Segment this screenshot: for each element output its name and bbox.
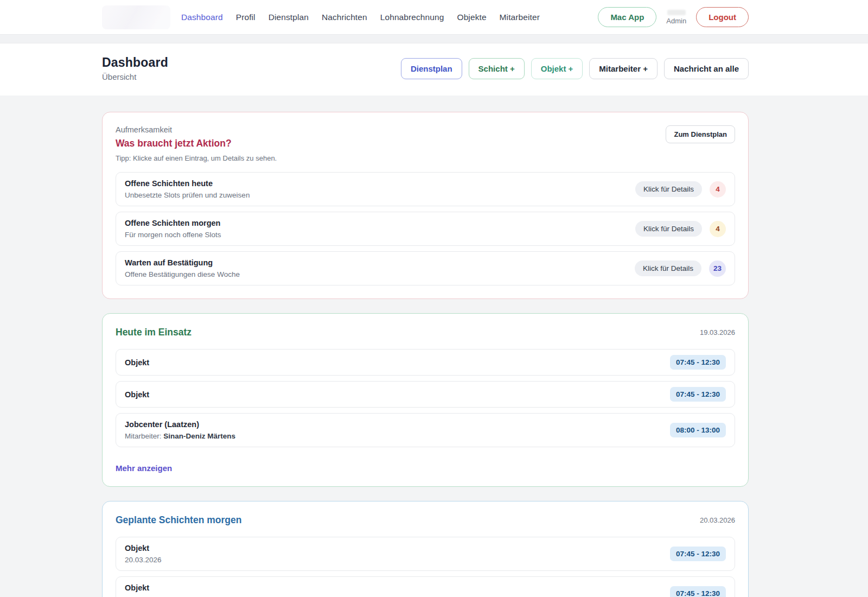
row-subtitle: 20.03.2026: [125, 556, 162, 564]
top-navigation: Dashboard Profil Dienstplan Nachrichten …: [0, 0, 868, 34]
attention-tip: Tipp: Klicke auf einen Eintrag, um Detai…: [116, 154, 277, 162]
show-more-link[interactable]: Mehr anzeigen: [116, 463, 172, 473]
row-title: Offene Schichten heute: [125, 179, 250, 188]
details-pill[interactable]: Klick für Details: [635, 221, 702, 237]
time-badge: 07:45 - 12:30: [670, 387, 726, 402]
app-logo: [102, 5, 170, 29]
dienstplan-button[interactable]: Dienstplan: [401, 58, 462, 79]
time-badge: 07:45 - 12:30: [670, 547, 726, 561]
nav-item-nachrichten[interactable]: Nachrichten: [322, 12, 367, 22]
message-all-button[interactable]: Nachricht an alle: [664, 58, 749, 79]
tomorrow-row[interactable]: Objekt 20.03.2026 07:45 - 12:30: [116, 537, 735, 571]
page-header: Dashboard Übersicht Dienstplan Schicht +…: [0, 43, 868, 96]
today-row-jobcenter[interactable]: Jobcenter (Laatzen) Mitarbeiter: Sinan-D…: [116, 413, 735, 447]
today-row[interactable]: Objekt 07:45 - 12:30: [116, 349, 735, 376]
tomorrow-date: 20.03.2026: [700, 516, 735, 524]
row-title: Offene Schichten morgen: [125, 219, 221, 227]
row-subtitle: Mitarbeiter: Sinan-Deniz Märtens: [125, 432, 235, 440]
row-title: Jobcenter (Laatzen): [125, 420, 235, 429]
tomorrow-card: Geplante Schichten morgen 20.03.2026 Obj…: [102, 501, 749, 597]
nav-right: Mac App Admin Logout: [598, 7, 749, 27]
add-schicht-button[interactable]: Schicht +: [469, 58, 525, 79]
nav-item-lohnabrechnung[interactable]: Lohnabrechnung: [380, 12, 444, 22]
time-badge: 07:45 - 12:30: [670, 586, 726, 597]
page-title-block: Dashboard Übersicht: [102, 55, 168, 81]
user-block: Admin: [666, 10, 686, 25]
row-title: Objekt: [125, 390, 149, 399]
nav-divider: [0, 34, 868, 43]
nav-item-profil[interactable]: Profil: [236, 12, 256, 22]
attention-title: Was braucht jetzt Aktion?: [116, 138, 277, 149]
details-pill[interactable]: Klick für Details: [635, 181, 702, 197]
zum-dienstplan-button[interactable]: Zum Dienstplan: [666, 125, 735, 143]
row-title: Warten auf Bestätigung: [125, 258, 240, 267]
today-date: 19.03.2026: [700, 328, 735, 336]
header-actions: Dienstplan Schicht + Objekt + Mitarbeite…: [401, 58, 749, 79]
add-objekt-button[interactable]: Objekt +: [531, 58, 583, 79]
mitarbeiter-name: Sinan-Deniz Märtens: [163, 432, 235, 440]
mitarbeiter-label: Mitarbeiter:: [125, 432, 163, 440]
today-card: Heute im Einsatz 19.03.2026 Objekt 07:45…: [102, 313, 749, 487]
mac-app-button[interactable]: Mac App: [598, 7, 656, 27]
row-title: Objekt: [125, 544, 162, 552]
count-badge: 4: [710, 181, 726, 198]
add-mitarbeiter-button[interactable]: Mitarbeiter +: [589, 58, 658, 79]
tomorrow-row[interactable]: Objekt 20.03.2026 07:45 - 12:30: [116, 576, 735, 597]
attention-row-open-shifts-today[interactable]: Offene Schichten heute Unbesetzte Slots …: [116, 172, 735, 206]
nav-item-mitarbeiter[interactable]: Mitarbeiter: [500, 12, 540, 22]
details-pill[interactable]: Klick für Details: [635, 261, 701, 276]
attention-eyebrow: Aufmerksamkeit: [116, 125, 277, 134]
main-content: Aufmerksamkeit Was braucht jetzt Aktion?…: [102, 96, 749, 597]
row-subtitle: Offene Bestätigungen diese Woche: [125, 270, 240, 278]
page-subtitle: Übersicht: [102, 72, 168, 81]
attention-card: Aufmerksamkeit Was braucht jetzt Aktion?…: [102, 112, 749, 299]
row-title: Objekt: [125, 583, 162, 592]
time-badge: 07:45 - 12:30: [670, 355, 726, 370]
nav-item-dashboard[interactable]: Dashboard: [181, 12, 223, 22]
count-badge: 4: [710, 221, 726, 237]
logout-button[interactable]: Logout: [696, 7, 749, 27]
row-title: Objekt: [125, 358, 149, 367]
attention-row-open-shifts-tomorrow[interactable]: Offene Schichten morgen Für morgen noch …: [116, 212, 735, 246]
nav-links: Dashboard Profil Dienstplan Nachrichten …: [181, 12, 540, 22]
nav-item-objekte[interactable]: Objekte: [457, 12, 486, 22]
user-name-redacted: [667, 10, 686, 15]
nav-item-dienstplan[interactable]: Dienstplan: [269, 12, 309, 22]
attention-head-text: Aufmerksamkeit Was braucht jetzt Aktion?…: [116, 125, 277, 172]
today-row[interactable]: Objekt 07:45 - 12:30: [116, 381, 735, 408]
attention-row-waiting-confirmation[interactable]: Warten auf Bestätigung Offene Bestätigun…: [116, 251, 735, 285]
page-title: Dashboard: [102, 55, 168, 70]
row-subtitle: Unbesetzte Slots prüfen und zuweisen: [125, 191, 250, 199]
user-role-label: Admin: [666, 17, 686, 25]
today-title: Heute im Einsatz: [116, 327, 192, 338]
count-badge: 23: [709, 261, 726, 277]
tomorrow-title: Geplante Schichten morgen: [116, 515, 241, 526]
row-subtitle: Für morgen noch offene Slots: [125, 231, 221, 239]
time-badge: 08:00 - 13:00: [670, 423, 726, 437]
